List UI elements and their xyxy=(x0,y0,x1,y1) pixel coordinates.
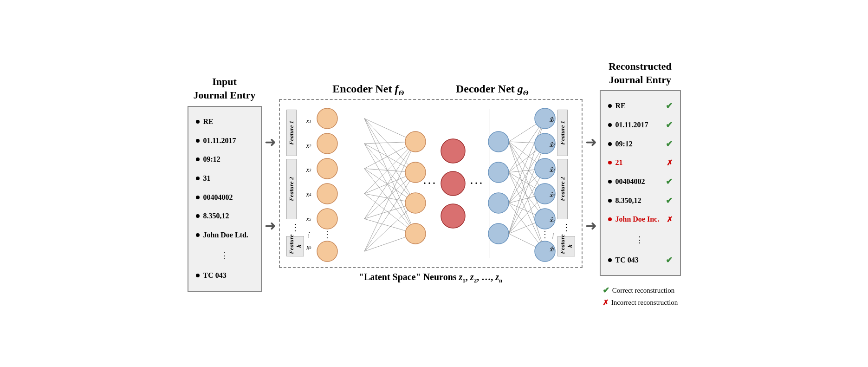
recon-journal-box: RE ✔ 01.11.2017 ✔ 09:12 ✔ xyxy=(600,90,681,276)
bullet-icon xyxy=(608,199,612,203)
enc-n1 xyxy=(317,108,337,129)
bullet-icon xyxy=(608,180,612,184)
bullet-icon xyxy=(196,177,200,180)
enc-n3 xyxy=(317,158,337,179)
out-featurek-label: Feature k xyxy=(557,236,575,256)
enc-n5 xyxy=(317,209,337,229)
arrow-out-top-icon: ➜ xyxy=(585,134,597,150)
latent-n1 xyxy=(441,139,465,163)
decoder-horiz-dots: · · · xyxy=(467,105,486,262)
x3-label: x3 xyxy=(306,158,311,183)
arrow-bottom-icon: ➜ xyxy=(265,217,276,234)
legend: ✔ Correct reconstruction ✗ Incorrect rec… xyxy=(602,285,678,307)
bullet-icon xyxy=(608,142,612,146)
feature2-label: Feature 2 xyxy=(286,159,297,219)
input-item-account: 00404002 xyxy=(196,192,253,203)
input-item-amount: 8.350,12 xyxy=(196,210,253,222)
input-dots: ⋮ xyxy=(196,249,253,262)
x4-label: x4 xyxy=(306,183,311,207)
encoder-first-group: x1 x2 x3 x4 x5 ⋮ xk ⋮ xyxy=(305,105,364,262)
arrow-top-icon: ➜ xyxy=(265,134,276,150)
input-journal-section: InputJournal Entry RE 01.11.2017 09:12 3… xyxy=(188,75,262,291)
latent-space-label: "Latent Space" Neurons z1, z2, …, zn xyxy=(359,272,502,284)
featurek-label: Feature k xyxy=(286,236,304,256)
out-featurek-group: Feature k xyxy=(557,235,575,258)
dec-l1-n1 xyxy=(488,131,509,152)
bullet-icon xyxy=(196,214,200,218)
encoder-layer1-svg: ⋮ xyxy=(313,105,364,262)
recon-item-tc: TC 043 ✔ xyxy=(608,255,673,266)
out-feature2-group: Feature 2 xyxy=(557,158,575,220)
input-item-vendor: John Doe Ltd. xyxy=(196,229,253,241)
bullet-icon xyxy=(196,196,200,199)
feature1-group: Feature 1 Feature 2 ⋮ Feature k xyxy=(286,109,304,258)
recon-item-vendor: John Doe Inc. ✗ xyxy=(608,214,673,225)
recon-journal-section: ReconstructedJournal Entry RE ✔ 01.11.20… xyxy=(600,60,681,307)
bullet-icon xyxy=(608,123,612,127)
check-icon: ✔ xyxy=(666,255,673,265)
out-feature2-label: Feature 2 xyxy=(557,159,568,219)
encoder-connections-svg xyxy=(364,105,420,262)
x-labels-col: x1 x2 x3 x4 x5 ⋮ xk xyxy=(305,109,311,258)
decoder-output-group: x̂1 x̂2 x̂3 x̂4 x̂5 ⋮ x̂k Feature 1 Feat… xyxy=(550,105,575,262)
bullet-icon xyxy=(608,161,612,164)
check-icon: ✔ xyxy=(666,101,673,111)
bullet-icon xyxy=(196,139,200,143)
latent-n3 xyxy=(441,204,465,228)
latent-n2 xyxy=(441,171,465,196)
bullet-icon xyxy=(196,157,200,161)
out-feature-dots: ⋮ xyxy=(557,222,575,233)
recon-title: ReconstructedJournal Entry xyxy=(609,60,672,86)
network-titles: Encoder Net fΘ Decoder Net gΘ xyxy=(279,83,583,97)
input-item-31: 31 xyxy=(196,173,253,184)
encoder-horiz-dots: · · · xyxy=(420,105,439,262)
cross-icon: ✗ xyxy=(667,215,673,224)
xhat-labels-col: x̂1 x̂2 x̂3 x̂4 x̂5 ⋮ x̂k xyxy=(550,105,556,262)
network-section: Encoder Net fΘ Decoder Net gΘ Feature 1 … xyxy=(279,83,583,284)
recon-item-21: 21 ✗ xyxy=(608,157,673,168)
bullet-icon xyxy=(608,217,612,221)
xk-label: xk xyxy=(306,238,311,258)
xhat1-label: x̂1 xyxy=(550,107,555,132)
recon-item-re: RE ✔ xyxy=(608,100,673,111)
recon-dots: ⋮ xyxy=(608,233,673,247)
xhatk-label: x̂k xyxy=(550,239,555,260)
legend-correct: ✔ Correct reconstruction xyxy=(602,285,678,295)
xhat3-label: x̂3 xyxy=(550,157,555,183)
cross-icon: ✗ xyxy=(667,158,673,167)
output-arrows: ➜ ➜ xyxy=(583,100,600,267)
input-item-tc: TC 043 xyxy=(196,270,253,281)
bullet-icon xyxy=(196,233,200,237)
svg-line-29 xyxy=(509,142,545,219)
x2-label: x2 xyxy=(306,134,311,158)
featurek-label-group: Feature k xyxy=(286,235,304,258)
bullet-icon xyxy=(608,104,612,108)
input-title: InputJournal Entry xyxy=(194,75,256,102)
legend-incorrect: ✗ Incorrect reconstruction xyxy=(602,298,678,307)
dec-l1-n2 xyxy=(488,162,509,183)
enc-n2 xyxy=(317,133,337,154)
arrow-out-bottom-icon: ➜ xyxy=(585,217,597,234)
check-icon: ✔ xyxy=(666,120,673,130)
bullet-icon xyxy=(608,258,612,262)
encoder-title: Encoder Net fΘ xyxy=(304,83,404,97)
recon-item-account: 00404002 ✔ xyxy=(608,176,673,187)
check-icon: ✔ xyxy=(666,177,673,187)
input-arrows: ➜ ➜ xyxy=(262,100,279,267)
x1-label: x1 xyxy=(306,109,311,134)
feature-labels-output: Feature 1 Feature 2 ⋮ Feature k xyxy=(557,109,575,258)
decoder-title: Decoder Net gΘ xyxy=(456,83,557,97)
svg-text:⋮: ⋮ xyxy=(323,229,332,239)
input-item-date: 01.11.2017 xyxy=(196,135,253,146)
xhat4-label: x̂4 xyxy=(550,183,555,208)
bullet-icon xyxy=(196,274,200,277)
input-journal-box: RE 01.11.2017 09:12 31 00404002 8.350,12 xyxy=(188,106,262,292)
bullet-icon xyxy=(196,120,200,124)
xhat-dots: ⋮ xyxy=(550,233,556,239)
xhat2-label: x̂2 xyxy=(550,132,555,157)
main-container: InputJournal Entry RE 01.11.2017 09:12 3… xyxy=(0,0,868,367)
dec-l1-n4 xyxy=(488,223,509,244)
svg-text:⋮: ⋮ xyxy=(540,229,550,239)
feature2-label-group: Feature 2 xyxy=(286,158,304,220)
out-feature1-label: Feature 1 xyxy=(557,110,568,156)
